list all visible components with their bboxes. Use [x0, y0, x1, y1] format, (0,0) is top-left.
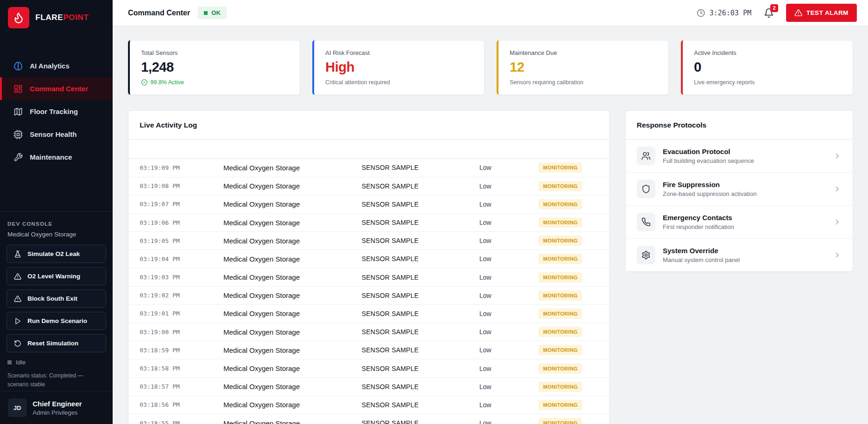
- cell-time: 03:18:56 PM: [140, 401, 223, 408]
- cell-event: SENSOR SAMPLE: [362, 310, 479, 317]
- cell-location: Medical Oxygen Storage: [223, 328, 362, 336]
- cell-time: 03:18:55 PM: [140, 420, 223, 424]
- chevron-right-icon: [833, 218, 841, 226]
- dev-console-button[interactable]: Run Demo Scenario: [7, 312, 106, 330]
- protocol-title: System Override: [663, 247, 740, 255]
- alert-triangle-icon: [14, 295, 21, 303]
- main-area: Command Center OK 3:26:03 PM 2 TEST ALAR…: [113, 0, 868, 424]
- table-row[interactable]: 03:19:07 PM Medical Oxygen Storage SENSO…: [128, 195, 609, 214]
- protocol-item[interactable]: System Override Manual system control pa…: [626, 239, 853, 271]
- sidebar-nav-label: Sensor Health: [30, 130, 77, 138]
- check-circle-icon: [141, 79, 148, 86]
- protocol-subtitle: First responder notification: [663, 223, 734, 230]
- user-name: Chief Engineer: [33, 400, 82, 408]
- simulation-status-label: Idle: [16, 359, 26, 366]
- test-alarm-button[interactable]: TEST ALARM: [786, 4, 857, 22]
- clock-time: 3:26:03 PM: [709, 9, 751, 17]
- stat-subtitle: Critical attention required: [325, 79, 473, 86]
- top-header: Command Center OK 3:26:03 PM 2 TEST ALAR…: [113, 0, 868, 26]
- cell-time: 03:19:07 PM: [140, 201, 223, 208]
- cell-event: SENSOR SAMPLE: [362, 219, 479, 226]
- sidebar-nav-item[interactable]: Sensor Health: [0, 123, 113, 146]
- dev-console-button[interactable]: O2 Level Warning: [7, 267, 106, 285]
- protocol-item[interactable]: Fire Suppression Zone-based suppression …: [626, 173, 853, 206]
- table-row[interactable]: 03:19:03 PM Medical Oxygen Storage SENSO…: [128, 268, 609, 286]
- cell-severity: Low: [479, 365, 538, 372]
- simulation-status: Idle: [7, 359, 106, 366]
- system-status-badge: OK: [198, 7, 227, 19]
- cell-time: 03:18:58 PM: [140, 365, 223, 372]
- status-badge: MONITORING: [538, 199, 582, 209]
- sidebar-nav: AI Analytics Command Center Floor Tracki…: [0, 54, 113, 168]
- cell-location: Medical Oxygen Storage: [223, 419, 362, 424]
- map-icon: [13, 107, 23, 116]
- table-row[interactable]: 03:18:59 PM Medical Oxygen Storage SENSO…: [128, 341, 609, 359]
- user-profile[interactable]: JD Chief Engineer Admin Privileges: [0, 391, 113, 424]
- dev-console-button[interactable]: Reset Simulation: [7, 334, 106, 352]
- cell-location: Medical Oxygen Storage: [223, 364, 362, 372]
- table-row[interactable]: 03:19:05 PM Medical Oxygen Storage SENSO…: [128, 232, 609, 250]
- cell-event: SENSOR SAMPLE: [362, 274, 479, 281]
- table-row[interactable]: 03:19:02 PM Medical Oxygen Storage SENSO…: [128, 287, 609, 305]
- status-badge: MONITORING: [538, 382, 582, 392]
- dev-console-button[interactable]: Block South Exit: [7, 289, 106, 308]
- cell-event: SENSOR SAMPLE: [362, 401, 479, 409]
- sidebar-nav-item[interactable]: Maintenance: [0, 146, 113, 168]
- bell-icon: [764, 12, 774, 20]
- live-activity-log: Live Activity Log 03:19:09 PM Medical Ox…: [128, 110, 610, 424]
- status-badge: MONITORING: [538, 162, 582, 173]
- sidebar-nav-item[interactable]: Floor Tracking: [0, 100, 113, 123]
- sidebar-nav-label: Maintenance: [30, 153, 72, 161]
- table-header-row: [128, 139, 609, 159]
- cell-event: SENSOR SAMPLE: [362, 292, 479, 299]
- status-badge: MONITORING: [538, 400, 582, 410]
- table-row[interactable]: 03:18:57 PM Medical Oxygen Storage SENSO…: [128, 378, 609, 396]
- table-row[interactable]: 03:18:56 PM Medical Oxygen Storage SENSO…: [128, 396, 609, 414]
- table-row[interactable]: 03:19:00 PM Medical Oxygen Storage SENSO…: [128, 323, 609, 341]
- cell-location: Medical Oxygen Storage: [223, 255, 362, 263]
- table-row[interactable]: 03:19:04 PM Medical Oxygen Storage SENSO…: [128, 250, 609, 268]
- status-badge: MONITORING: [538, 363, 582, 374]
- shield-icon: [637, 180, 655, 198]
- stat-value: 1,248: [141, 60, 289, 75]
- cell-event: SENSOR SAMPLE: [362, 201, 479, 208]
- cell-severity: Low: [479, 237, 538, 244]
- sidebar-nav-item[interactable]: Command Center: [0, 77, 113, 100]
- cell-severity: Low: [479, 274, 538, 281]
- app-root: FLAREPOINT AI Analytics Command Center F…: [0, 0, 868, 424]
- cell-location: Medical Oxygen Storage: [223, 219, 362, 227]
- protocol-item[interactable]: Emergency Contacts First responder notif…: [626, 206, 853, 239]
- status-badge: MONITORING: [538, 181, 582, 191]
- table-row[interactable]: 03:19:09 PM Medical Oxygen Storage SENSO…: [128, 159, 609, 177]
- cell-event: SENSOR SAMPLE: [362, 164, 479, 171]
- dev-console-button[interactable]: Simulate O2 Leak: [7, 245, 106, 263]
- status-badge: MONITORING: [538, 290, 582, 301]
- table-row[interactable]: 03:18:55 PM Medical Oxygen Storage SENSO…: [128, 414, 609, 424]
- cell-location: Medical Oxygen Storage: [223, 182, 362, 190]
- cell-severity: Low: [479, 182, 538, 190]
- table-row[interactable]: 03:19:08 PM Medical Oxygen Storage SENSO…: [128, 177, 609, 195]
- table-row[interactable]: 03:18:58 PM Medical Oxygen Storage SENSO…: [128, 359, 609, 377]
- table-row[interactable]: 03:19:01 PM Medical Oxygen Storage SENSO…: [128, 305, 609, 323]
- dev-console-button-label: Simulate O2 Leak: [27, 250, 80, 257]
- notifications-button[interactable]: 2: [764, 8, 774, 18]
- status-badge: MONITORING: [538, 327, 582, 337]
- cell-time: 03:19:09 PM: [140, 164, 223, 171]
- layout-grid-icon: [13, 84, 23, 94]
- cell-event: SENSOR SAMPLE: [362, 237, 479, 244]
- stat-value: 0: [694, 60, 841, 75]
- table-row[interactable]: 03:19:06 PM Medical Oxygen Storage SENSO…: [128, 214, 609, 232]
- cell-location: Medical Oxygen Storage: [223, 383, 362, 390]
- chevron-right-icon: [833, 152, 841, 160]
- cell-event: SENSOR SAMPLE: [362, 365, 479, 372]
- stat-label: Total Sensors: [141, 49, 289, 56]
- sidebar-nav-item[interactable]: AI Analytics: [0, 54, 113, 77]
- page-title: Command Center: [128, 9, 190, 17]
- protocol-item[interactable]: Evacuation Protocol Full building evacua…: [626, 140, 853, 173]
- brand-name-secondary: POINT: [63, 13, 89, 22]
- cell-location: Medical Oxygen Storage: [223, 310, 362, 317]
- reset-icon: [14, 340, 21, 347]
- protocol-title: Evacuation Protocol: [663, 148, 754, 155]
- protocol-title: Emergency Contacts: [663, 214, 734, 222]
- alert-triangle-icon: [14, 273, 21, 280]
